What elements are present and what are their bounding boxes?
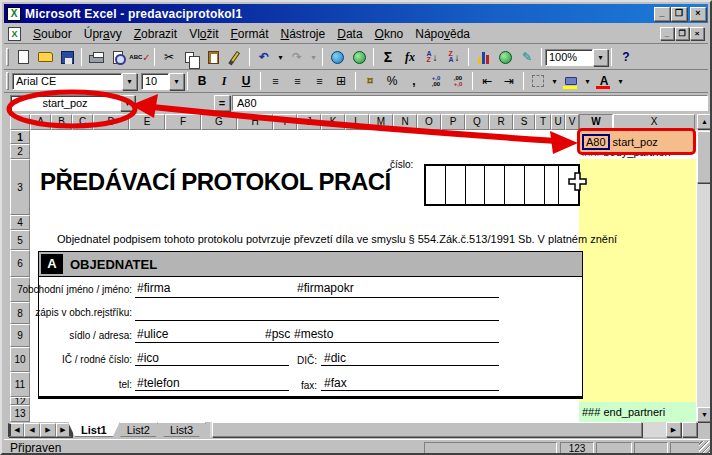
name-box-dropdown[interactable]: ▾	[120, 95, 135, 111]
row-header[interactable]: 4	[10, 215, 30, 230]
italic-icon[interactable]: I	[213, 71, 235, 91]
column-header[interactable]: M	[369, 114, 393, 130]
tab-split-handle[interactable]	[682, 422, 697, 437]
decrease-indent-icon[interactable]: ⇤	[476, 71, 498, 91]
zoom-combobox[interactable]: 100%	[545, 49, 593, 66]
vertical-scroll-thumb[interactable]	[697, 131, 712, 183]
map-icon[interactable]	[494, 47, 516, 67]
format-painter-icon[interactable]	[224, 47, 246, 67]
equals-button[interactable]: =	[214, 95, 230, 111]
row-header[interactable]: 2	[10, 144, 30, 159]
workbook-close-button[interactable]: ×	[690, 27, 704, 40]
scroll-right-button[interactable]: ▶	[666, 422, 681, 437]
row-header-selected[interactable]: 1	[10, 130, 30, 144]
chart-wizard-icon[interactable]	[472, 47, 494, 67]
column-header[interactable]: T	[535, 114, 551, 130]
column-header[interactable]: A	[30, 114, 51, 130]
toolbar-grip[interactable]	[6, 72, 9, 90]
column-header[interactable]: P	[441, 114, 465, 130]
merge-center-icon[interactable]: ⊞	[330, 71, 352, 91]
cut-icon[interactable]: ✂	[158, 47, 180, 67]
percent-style-icon[interactable]: %	[381, 71, 403, 91]
menu-item-okno[interactable]: Okno	[369, 25, 410, 43]
zoom-dropdown[interactable]: ▾	[593, 49, 608, 66]
column-header[interactable]: D	[93, 114, 129, 130]
column-header[interactable]: B	[51, 114, 72, 130]
scroll-down-button[interactable]: ▼	[697, 407, 712, 422]
tab-list1[interactable]: List1	[68, 422, 120, 437]
fill-color-dropdown[interactable]: ▾	[582, 71, 593, 91]
autosum-icon[interactable]: Σ	[377, 47, 399, 67]
increase-decimal-icon[interactable]: +,0,00	[425, 71, 447, 91]
menu-item-soubor[interactable]: Soubor	[27, 25, 78, 43]
align-right-icon[interactable]: ≡	[308, 71, 330, 91]
workbook-icon[interactable]: X	[8, 27, 21, 41]
horizontal-scroll-thumb[interactable]	[212, 422, 642, 437]
decrease-decimal-icon[interactable]: ,00+,0	[447, 71, 469, 91]
tab-list2[interactable]: List2	[114, 422, 163, 437]
scroll-up-button[interactable]: ▲	[697, 114, 712, 129]
menu-item-upravy[interactable]: Úpravy	[78, 25, 128, 43]
print-preview-icon[interactable]	[107, 47, 129, 67]
row-header[interactable]: 13	[10, 405, 30, 422]
name-box[interactable]: start_poz	[10, 95, 120, 111]
save-icon[interactable]	[56, 47, 78, 67]
row-header[interactable]: 5	[10, 230, 30, 250]
column-header[interactable]: F	[165, 114, 201, 130]
maximize-button[interactable]: ❐	[671, 7, 687, 21]
horizontal-scrollbar[interactable]: ▶	[210, 422, 697, 437]
increase-indent-icon[interactable]: ⇥	[498, 71, 520, 91]
borders-dropdown[interactable]: ▾	[549, 71, 560, 91]
redo-icon[interactable]: ↷	[286, 47, 308, 67]
fill-color-icon[interactable]	[560, 71, 582, 91]
selected-cell-w1[interactable]: A80	[582, 134, 610, 150]
print-icon[interactable]	[85, 47, 107, 67]
column-header[interactable]: Q	[465, 114, 489, 130]
row-header[interactable]: 6	[10, 250, 30, 277]
column-header[interactable]: V	[565, 114, 579, 130]
borders-icon[interactable]	[527, 71, 549, 91]
first-sheet-button[interactable]: ◀	[8, 423, 24, 437]
paste-function-icon[interactable]: fx	[399, 47, 421, 67]
help-icon[interactable]: ?	[615, 47, 637, 67]
menu-item-napoveda[interactable]: Nápověda	[409, 25, 476, 43]
column-header[interactable]: O	[417, 114, 441, 130]
close-button[interactable]: ×	[690, 7, 706, 21]
column-header[interactable]: I	[273, 114, 297, 130]
next-sheet-button[interactable]: ▶	[40, 423, 56, 437]
vertical-scrollbar[interactable]: ▲ ▼	[697, 114, 712, 422]
comma-style-icon[interactable]: ,	[403, 71, 425, 91]
column-header[interactable]: G	[201, 114, 237, 130]
column-header[interactable]: R	[489, 114, 513, 130]
column-header[interactable]: U	[551, 114, 565, 130]
formula-input[interactable]: A80	[232, 95, 708, 111]
font-name-dropdown[interactable]: ▾	[122, 73, 137, 90]
align-center-icon[interactable]: ≡	[286, 71, 308, 91]
workbook-restore-button[interactable]: ❐	[675, 27, 689, 40]
menu-item-format[interactable]: Formát	[224, 25, 274, 43]
font-name-combobox[interactable]: Arial CE	[12, 73, 122, 90]
resize-grip[interactable]	[699, 441, 712, 454]
copy-icon[interactable]	[180, 47, 202, 67]
column-header[interactable]: J	[297, 114, 321, 130]
column-header[interactable]: K	[321, 114, 345, 130]
font-size-dropdown[interactable]: ▾	[169, 73, 184, 90]
bold-icon[interactable]: B	[191, 71, 213, 91]
redo-dropdown[interactable]: ▾	[308, 47, 319, 67]
menu-item-data[interactable]: Data	[331, 25, 368, 43]
excel-app-icon[interactable]: X	[7, 7, 21, 21]
insert-hyperlink-icon[interactable]	[326, 47, 348, 67]
sort-ascending-icon[interactable]: AZ↓	[421, 47, 443, 67]
align-left-icon[interactable]: ≡	[264, 71, 286, 91]
menu-item-zobrazit[interactable]: Zobrazit	[128, 25, 183, 43]
open-icon[interactable]	[34, 47, 56, 67]
new-icon[interactable]	[12, 47, 34, 67]
column-header[interactable]: C	[72, 114, 93, 130]
underline-icon[interactable]: U	[235, 71, 257, 91]
font-size-combobox[interactable]: 10	[141, 73, 169, 90]
column-header[interactable]: E	[129, 114, 165, 130]
column-header[interactable]: S	[513, 114, 535, 130]
tab-list3[interactable]: List3	[157, 422, 206, 437]
drawing-icon[interactable]: ✎	[516, 47, 538, 67]
workbook-minimize-button[interactable]: _	[660, 27, 674, 40]
